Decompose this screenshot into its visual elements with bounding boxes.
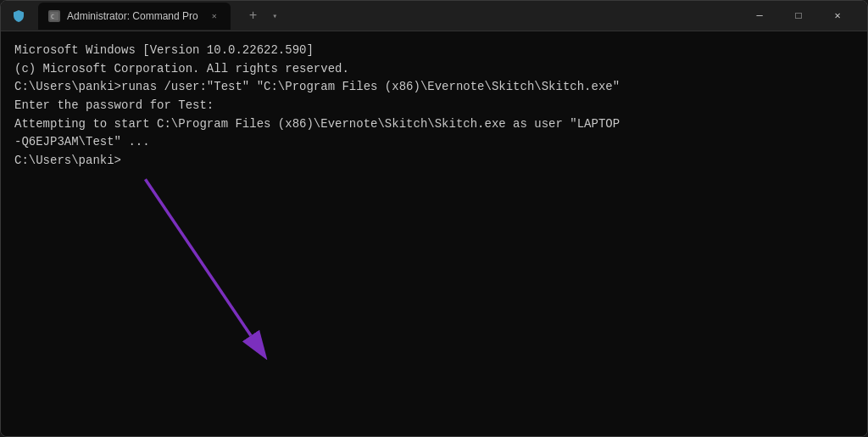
cmd-tab-icon: C xyxy=(48,10,60,22)
maximize-button[interactable]: □ xyxy=(779,3,818,30)
title-bar-left: C Administrator: Command Pro ✕ + ▾ xyxy=(11,3,277,30)
terminal-line-1: Microsoft Windows [Version 10.0.22622.59… xyxy=(14,42,854,60)
svg-line-3 xyxy=(145,179,250,335)
terminal-content[interactable]: Microsoft Windows [Version 10.0.22622.59… xyxy=(1,31,867,436)
terminal-line-4: C:\Users\panki>runas /user:"Test" "C:\Pr… xyxy=(14,78,854,97)
svg-text:C: C xyxy=(51,14,54,20)
terminal-line-10: C:\Users\panki> xyxy=(14,152,854,171)
window-controls: — □ ✕ xyxy=(740,3,857,30)
shield-icon xyxy=(11,8,26,24)
new-tab-button[interactable]: + xyxy=(244,8,263,24)
terminal-line-6: Enter the password for Test: xyxy=(14,97,854,115)
terminal-line-7: Attempting to start C:\Program Files (x8… xyxy=(14,115,854,134)
terminal-line-2: (c) Microsoft Corporation. All rights re… xyxy=(14,60,854,79)
terminal-window: C Administrator: Command Pro ✕ + ▾ — □ ✕… xyxy=(0,0,868,437)
active-tab[interactable]: C Administrator: Command Pro ✕ xyxy=(38,3,231,30)
tab-dropdown-button[interactable]: ▾ xyxy=(272,11,277,21)
title-bar: C Administrator: Command Pro ✕ + ▾ — □ ✕ xyxy=(1,1,867,31)
minimize-button[interactable]: — xyxy=(740,3,779,30)
tab-close-button[interactable]: ✕ xyxy=(209,9,220,23)
terminal-line-8: -Q6EJP3AM\Test" ... xyxy=(14,133,854,152)
close-button[interactable]: ✕ xyxy=(818,3,857,30)
tab-label: Administrator: Command Pro xyxy=(67,10,198,22)
